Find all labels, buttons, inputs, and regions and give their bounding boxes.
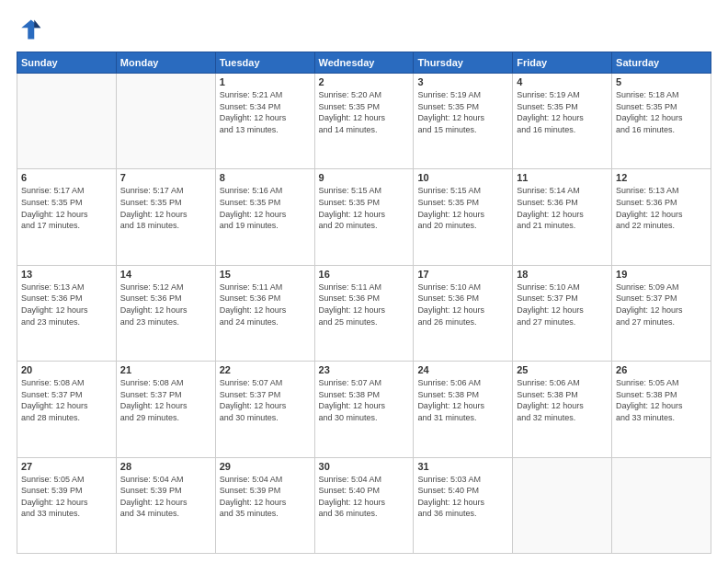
svg-marker-1 (34, 20, 40, 29)
day-number: 3 (417, 76, 508, 87)
day-info: Sunrise: 5:16 AM Sunset: 5:35 PM Dayligh… (220, 185, 311, 231)
day-number: 11 (517, 172, 608, 183)
calendar-cell: 6Sunrise: 5:17 AM Sunset: 5:35 PM Daylig… (17, 169, 117, 265)
day-info: Sunrise: 5:04 AM Sunset: 5:39 PM Dayligh… (220, 474, 311, 520)
day-info: Sunrise: 5:05 AM Sunset: 5:38 PM Dayligh… (616, 377, 707, 423)
day-number: 31 (417, 461, 508, 472)
calendar-cell: 29Sunrise: 5:04 AM Sunset: 5:39 PM Dayli… (215, 457, 314, 553)
calendar-cell: 28Sunrise: 5:04 AM Sunset: 5:39 PM Dayli… (116, 457, 215, 553)
calendar-cell: 18Sunrise: 5:10 AM Sunset: 5:37 PM Dayli… (513, 265, 612, 361)
day-number: 27 (21, 461, 112, 472)
day-info: Sunrise: 5:18 AM Sunset: 5:35 PM Dayligh… (616, 89, 707, 135)
day-number: 4 (517, 76, 608, 87)
calendar-cell: 26Sunrise: 5:05 AM Sunset: 5:38 PM Dayli… (612, 362, 711, 457)
day-number: 19 (616, 269, 707, 280)
day-info: Sunrise: 5:08 AM Sunset: 5:37 PM Dayligh… (21, 377, 112, 423)
weekday-header: Friday (513, 52, 612, 74)
day-info: Sunrise: 5:11 AM Sunset: 5:36 PM Dayligh… (220, 282, 311, 327)
day-number: 8 (220, 172, 311, 183)
calendar-cell: 21Sunrise: 5:08 AM Sunset: 5:37 PM Dayli… (116, 362, 215, 457)
calendar-cell: 1Sunrise: 5:21 AM Sunset: 5:34 PM Daylig… (215, 74, 314, 169)
day-number: 13 (21, 269, 112, 280)
calendar-table: SundayMondayTuesdayWednesdayThursdayFrid… (17, 52, 711, 554)
weekday-header: Saturday (612, 52, 711, 74)
calendar-cell: 5Sunrise: 5:18 AM Sunset: 5:35 PM Daylig… (612, 74, 711, 169)
day-info: Sunrise: 5:06 AM Sunset: 5:38 PM Dayligh… (517, 377, 608, 423)
calendar-cell (513, 457, 612, 553)
logo-icon (17, 17, 42, 42)
calendar-cell: 15Sunrise: 5:11 AM Sunset: 5:36 PM Dayli… (215, 265, 314, 361)
calendar-cell: 2Sunrise: 5:20 AM Sunset: 5:35 PM Daylig… (314, 74, 414, 169)
calendar-cell: 12Sunrise: 5:13 AM Sunset: 5:36 PM Dayli… (612, 169, 711, 265)
day-number: 1 (220, 76, 311, 87)
calendar-cell: 3Sunrise: 5:19 AM Sunset: 5:35 PM Daylig… (414, 74, 513, 169)
day-info: Sunrise: 5:14 AM Sunset: 5:36 PM Dayligh… (517, 185, 608, 231)
day-number: 23 (319, 364, 410, 375)
day-info: Sunrise: 5:04 AM Sunset: 5:39 PM Dayligh… (120, 474, 211, 520)
day-info: Sunrise: 5:11 AM Sunset: 5:36 PM Dayligh… (319, 282, 410, 327)
day-number: 26 (616, 364, 707, 375)
day-number: 16 (319, 269, 410, 280)
day-number: 25 (517, 364, 608, 375)
header (17, 17, 711, 42)
calendar-cell: 27Sunrise: 5:05 AM Sunset: 5:39 PM Dayli… (17, 457, 117, 553)
day-number: 29 (220, 461, 311, 472)
calendar-cell: 24Sunrise: 5:06 AM Sunset: 5:38 PM Dayli… (414, 362, 513, 457)
calendar-cell: 22Sunrise: 5:07 AM Sunset: 5:37 PM Dayli… (215, 362, 314, 457)
day-info: Sunrise: 5:04 AM Sunset: 5:40 PM Dayligh… (319, 474, 410, 520)
calendar-cell: 4Sunrise: 5:19 AM Sunset: 5:35 PM Daylig… (513, 74, 612, 169)
day-info: Sunrise: 5:10 AM Sunset: 5:37 PM Dayligh… (517, 282, 608, 327)
day-number: 12 (616, 172, 707, 183)
calendar-cell: 20Sunrise: 5:08 AM Sunset: 5:37 PM Dayli… (17, 362, 117, 457)
day-info: Sunrise: 5:10 AM Sunset: 5:36 PM Dayligh… (417, 282, 508, 327)
calendar-cell: 23Sunrise: 5:07 AM Sunset: 5:38 PM Dayli… (314, 362, 414, 457)
calendar-cell: 11Sunrise: 5:14 AM Sunset: 5:36 PM Dayli… (513, 169, 612, 265)
calendar-cell: 9Sunrise: 5:15 AM Sunset: 5:35 PM Daylig… (314, 169, 414, 265)
day-info: Sunrise: 5:07 AM Sunset: 5:37 PM Dayligh… (220, 377, 311, 423)
weekday-header: Tuesday (215, 52, 314, 74)
day-info: Sunrise: 5:05 AM Sunset: 5:39 PM Dayligh… (21, 474, 112, 520)
day-info: Sunrise: 5:17 AM Sunset: 5:35 PM Dayligh… (120, 185, 211, 231)
calendar-cell: 17Sunrise: 5:10 AM Sunset: 5:36 PM Dayli… (414, 265, 513, 361)
day-number: 9 (319, 172, 410, 183)
day-number: 28 (120, 461, 211, 472)
day-info: Sunrise: 5:09 AM Sunset: 5:37 PM Dayligh… (616, 282, 707, 327)
day-info: Sunrise: 5:03 AM Sunset: 5:40 PM Dayligh… (417, 474, 508, 520)
day-number: 30 (319, 461, 410, 472)
day-number: 15 (220, 269, 311, 280)
day-info: Sunrise: 5:08 AM Sunset: 5:37 PM Dayligh… (120, 377, 211, 423)
day-number: 7 (120, 172, 211, 183)
page: SundayMondayTuesdayWednesdayThursdayFrid… (0, 0, 728, 563)
weekday-header: Wednesday (314, 52, 414, 74)
day-number: 5 (616, 76, 707, 87)
day-number: 24 (417, 364, 508, 375)
day-info: Sunrise: 5:19 AM Sunset: 5:35 PM Dayligh… (417, 89, 508, 135)
calendar-cell (612, 457, 711, 553)
day-number: 18 (517, 269, 608, 280)
day-number: 6 (21, 172, 112, 183)
day-info: Sunrise: 5:15 AM Sunset: 5:35 PM Dayligh… (319, 185, 410, 231)
day-info: Sunrise: 5:06 AM Sunset: 5:38 PM Dayligh… (417, 377, 508, 423)
calendar-cell: 10Sunrise: 5:15 AM Sunset: 5:35 PM Dayli… (414, 169, 513, 265)
calendar-cell: 19Sunrise: 5:09 AM Sunset: 5:37 PM Dayli… (612, 265, 711, 361)
calendar-cell (17, 74, 117, 169)
calendar-cell: 16Sunrise: 5:11 AM Sunset: 5:36 PM Dayli… (314, 265, 414, 361)
svg-marker-0 (21, 20, 40, 40)
day-info: Sunrise: 5:15 AM Sunset: 5:35 PM Dayligh… (417, 185, 508, 231)
day-number: 22 (220, 364, 311, 375)
day-info: Sunrise: 5:19 AM Sunset: 5:35 PM Dayligh… (517, 89, 608, 135)
day-number: 2 (319, 76, 410, 87)
day-info: Sunrise: 5:20 AM Sunset: 5:35 PM Dayligh… (319, 89, 410, 135)
day-info: Sunrise: 5:17 AM Sunset: 5:35 PM Dayligh… (21, 185, 112, 231)
calendar-cell: 30Sunrise: 5:04 AM Sunset: 5:40 PM Dayli… (314, 457, 414, 553)
day-number: 14 (120, 269, 211, 280)
weekday-header: Thursday (414, 52, 513, 74)
weekday-header: Sunday (17, 52, 117, 74)
logo (17, 17, 46, 42)
day-info: Sunrise: 5:13 AM Sunset: 5:36 PM Dayligh… (21, 282, 112, 327)
day-number: 20 (21, 364, 112, 375)
calendar-cell: 13Sunrise: 5:13 AM Sunset: 5:36 PM Dayli… (17, 265, 117, 361)
calendar-cell: 25Sunrise: 5:06 AM Sunset: 5:38 PM Dayli… (513, 362, 612, 457)
calendar-cell: 31Sunrise: 5:03 AM Sunset: 5:40 PM Dayli… (414, 457, 513, 553)
calendar-cell: 7Sunrise: 5:17 AM Sunset: 5:35 PM Daylig… (116, 169, 215, 265)
